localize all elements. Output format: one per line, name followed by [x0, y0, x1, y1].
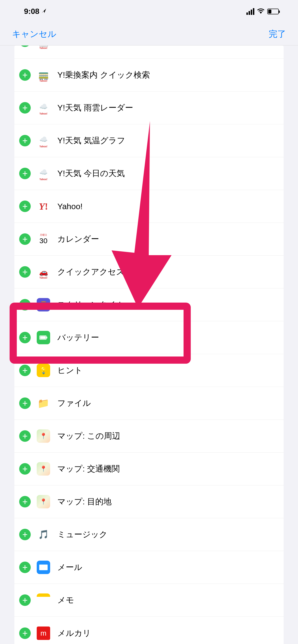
- add-button[interactable]: +: [19, 299, 31, 310]
- list-item[interactable]: + Yahoo! クイックアクセス: [14, 256, 284, 288]
- status-right: [246, 7, 279, 16]
- status-time: 9:08: [24, 7, 39, 16]
- add-button[interactable]: +: [19, 628, 31, 639]
- row-label: Y!天気 気温グラフ: [57, 135, 125, 146]
- list-item[interactable]: + メール: [14, 551, 284, 584]
- yahoo-weather-radar-icon: Yahoo!: [37, 101, 50, 114]
- notes-icon: [37, 594, 50, 607]
- mail-icon: [37, 560, 50, 574]
- yahoo-weather-today-icon: Yahoo!: [37, 167, 50, 180]
- add-button[interactable]: +: [19, 233, 31, 245]
- list-item[interactable]: + ファイル: [14, 387, 284, 420]
- nav-bar: キャンセル 完了: [0, 23, 298, 46]
- done-button[interactable]: 完了: [269, 28, 286, 40]
- maps-transit-icon: [37, 462, 50, 476]
- status-bar: 9:08: [0, 0, 298, 23]
- row-label: クイックアクセス: [57, 266, 124, 278]
- list-item[interactable]: + ミュージック: [14, 518, 284, 551]
- location-icon: [41, 8, 47, 15]
- row-label: スクリーンタイム: [57, 299, 124, 310]
- files-icon: [37, 396, 50, 410]
- list-item[interactable]: + マップ: 交通機関: [14, 452, 284, 486]
- list-item[interactable]: + 🗓️Yahoo! Y!乗換案内 My時刻表: [14, 46, 284, 59]
- yahoo-transit-quicksearch-icon: Yahoo!: [37, 68, 50, 82]
- maps-destination-icon: [37, 495, 50, 508]
- maps-nearby-icon: [37, 429, 50, 443]
- row-label: マップ: 目的地: [57, 496, 112, 507]
- add-button[interactable]: +: [19, 365, 31, 376]
- tips-icon: [37, 364, 50, 377]
- yahoo-icon: Y: [37, 200, 50, 213]
- list-item[interactable]: + バッテリー: [14, 321, 284, 354]
- row-label: Y!天気 雨雲レーダー: [57, 102, 133, 113]
- list-item[interactable]: + Yahoo! Y!天気 今日の天気: [14, 157, 284, 190]
- list-item[interactable]: + メモ: [14, 584, 284, 617]
- add-button[interactable]: +: [19, 102, 31, 114]
- wifi-icon: [257, 7, 264, 16]
- add-button[interactable]: +: [19, 46, 31, 47]
- row-label: ミュージック: [57, 529, 107, 540]
- list-item[interactable]: + マップ: この周辺: [14, 420, 284, 452]
- add-button[interactable]: +: [19, 168, 31, 179]
- battery-widget-icon: [37, 331, 50, 344]
- add-button[interactable]: +: [19, 332, 31, 343]
- cellular-icon: [246, 8, 254, 15]
- battery-icon: [267, 8, 279, 14]
- row-label: メルカリ: [57, 628, 91, 639]
- row-label: メモ: [57, 595, 74, 606]
- widget-list[interactable]: + 🗓️Yahoo! Y!乗換案内 My時刻表 + Yahoo! Y!乗換案内 …: [14, 46, 284, 644]
- calendar-icon: 月曜日 30: [37, 232, 50, 246]
- add-button[interactable]: +: [19, 463, 31, 474]
- add-button[interactable]: +: [19, 398, 31, 409]
- row-label: Y!天気 今日の天気: [57, 168, 125, 179]
- add-button[interactable]: +: [19, 562, 31, 573]
- add-button[interactable]: +: [19, 594, 31, 606]
- list-item[interactable]: + Yahoo! Y!天気 気温グラフ: [14, 124, 284, 157]
- mercari-icon: [37, 626, 50, 640]
- add-button[interactable]: +: [19, 200, 31, 212]
- yahoo-weather-temp-icon: Yahoo!: [37, 134, 50, 147]
- row-label: ヒント: [57, 365, 83, 376]
- add-button[interactable]: +: [19, 496, 31, 508]
- row-label: マップ: 交通機関: [57, 463, 120, 474]
- svg-rect-2: [40, 336, 46, 339]
- svg-rect-1: [47, 336, 47, 338]
- list-item[interactable]: + マップ: 目的地: [14, 486, 284, 518]
- row-label: バッテリー: [57, 332, 99, 343]
- list-item[interactable]: + メルカリ: [14, 617, 284, 644]
- music-icon: [37, 528, 50, 541]
- row-label: Y!乗換案内 My時刻表: [57, 46, 135, 46]
- yahoo-transit-icon: 🗓️Yahoo!: [37, 46, 50, 49]
- status-left: 9:08: [24, 7, 47, 16]
- add-button[interactable]: +: [19, 135, 31, 146]
- cancel-button[interactable]: キャンセル: [12, 28, 56, 40]
- list-item[interactable]: + Yahoo! Y!天気 雨雲レーダー: [14, 92, 284, 124]
- add-button[interactable]: +: [19, 266, 31, 278]
- list-item[interactable]: + ヒント: [14, 354, 284, 387]
- row-label: カレンダー: [57, 234, 99, 244]
- row-label: ファイル: [57, 398, 91, 409]
- list-item[interactable]: + Yahoo! Y!乗換案内 クイック検索: [14, 59, 284, 92]
- list-item[interactable]: + 月曜日 30 カレンダー: [14, 223, 284, 256]
- quick-access-icon: Yahoo!: [37, 265, 50, 279]
- add-button[interactable]: +: [19, 529, 31, 540]
- row-label: Yahoo!: [57, 202, 83, 211]
- row-label: マップ: この周辺: [57, 430, 120, 442]
- add-button[interactable]: +: [19, 430, 31, 442]
- add-button[interactable]: +: [19, 69, 31, 81]
- screentime-icon: [37, 298, 50, 312]
- list-item[interactable]: + Y Yahoo!: [14, 190, 284, 223]
- list-item[interactable]: + スクリーンタイム: [14, 288, 284, 321]
- row-label: メール: [57, 562, 82, 573]
- row-label: Y!乗換案内 クイック検索: [57, 70, 150, 80]
